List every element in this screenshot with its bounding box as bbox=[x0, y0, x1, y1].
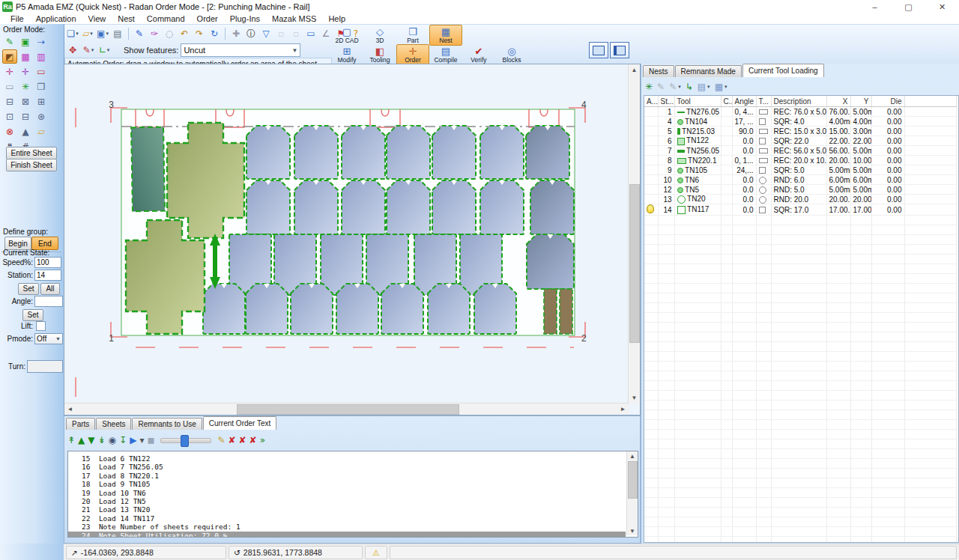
teal-part[interactable] bbox=[131, 127, 165, 212]
entire-sheet-button[interactable]: Entire Sheet bbox=[6, 147, 57, 159]
table-row[interactable]: 4 TN10417, ...SQR: 4.04.00mm4.00mm0.00 bbox=[644, 117, 957, 127]
tab-current-order-text[interactable]: Current Order Text bbox=[203, 416, 277, 430]
order-window-icon[interactable]: ▣ bbox=[18, 34, 33, 49]
park-head-icon[interactable]: ⊡ bbox=[2, 109, 17, 124]
tombstone-part[interactable] bbox=[342, 126, 385, 179]
show-hits-icon[interactable]: ◉ bbox=[109, 435, 116, 445]
close-button[interactable]: ✕ bbox=[925, 0, 959, 13]
brown-strip-part-2[interactable] bbox=[560, 289, 572, 334]
column-header-angle[interactable]: Angle bbox=[732, 96, 756, 107]
menu-help[interactable]: Help bbox=[322, 14, 351, 23]
info-icon[interactable]: ⓘ bbox=[244, 27, 258, 40]
scroll-right-arrow[interactable]: ► bbox=[617, 404, 629, 415]
column-header-y[interactable]: Y bbox=[850, 96, 871, 107]
set-station-button[interactable]: Set bbox=[18, 283, 39, 295]
tombstone-part[interactable] bbox=[530, 180, 574, 234]
new-icon[interactable]: ❏▾ bbox=[66, 27, 79, 40]
scroll-left-arrow[interactable]: ◄ bbox=[64, 404, 76, 415]
tombstone-part[interactable] bbox=[294, 126, 338, 179]
menu-nest[interactable]: Nest bbox=[112, 14, 141, 23]
filter-icon[interactable]: ▽ bbox=[259, 27, 273, 40]
move-order-all-icon[interactable]: ✛ bbox=[18, 64, 33, 79]
note-icon[interactable]: ▱ bbox=[34, 124, 49, 139]
single-view-button[interactable] bbox=[589, 42, 608, 58]
move-order-icon[interactable]: ✛ bbox=[2, 64, 17, 79]
tab-parts[interactable]: Parts bbox=[66, 418, 95, 430]
column-header-a-[interactable]: A... bbox=[644, 96, 658, 107]
tombstone-part[interactable] bbox=[336, 284, 378, 334]
tombstone-part[interactable] bbox=[527, 234, 574, 289]
delete-icon[interactable]: ✘ bbox=[228, 435, 235, 445]
order-array-icon[interactable]: ▦ bbox=[18, 49, 33, 64]
order-text-line[interactable]: 19 Load 10 TN6 bbox=[68, 489, 626, 497]
auto-order-icon[interactable]: ◩ bbox=[2, 49, 17, 64]
column-header-tool[interactable]: Tool bbox=[674, 96, 721, 107]
mode-2d-cad[interactable]: ▢2D CAD bbox=[330, 25, 363, 46]
order-text-line[interactable]: 22 Load 14 TN117 bbox=[68, 514, 626, 523]
column-header-filler[interactable] bbox=[904, 96, 957, 107]
hscroll-thumb[interactable] bbox=[237, 404, 459, 415]
tab-sheets[interactable]: Sheets bbox=[96, 418, 131, 430]
order-array-all-icon[interactable]: ▥ bbox=[34, 49, 49, 64]
order-single-icon[interactable]: ✎ bbox=[2, 34, 17, 49]
station-input[interactable]: 14 bbox=[34, 270, 61, 281]
speed-slider[interactable] bbox=[160, 438, 211, 443]
menu-file[interactable]: File bbox=[4, 14, 30, 23]
slider-knob[interactable] bbox=[181, 435, 189, 447]
column-header-c-[interactable]: C... bbox=[721, 96, 732, 107]
mode-order[interactable]: ✛Order bbox=[396, 44, 429, 65]
monitor-icon[interactable]: ▭ bbox=[304, 27, 318, 40]
save-icon[interactable]: ▣▾ bbox=[96, 27, 109, 40]
undo-icon[interactable]: ↶ bbox=[178, 27, 191, 40]
tombstone-part[interactable] bbox=[480, 126, 524, 179]
menu-command[interactable]: Command bbox=[141, 14, 191, 23]
tab-remnants-to-use[interactable]: Remnants to Use bbox=[132, 418, 202, 430]
order-text-line[interactable]: 18 Load 9 TN105 bbox=[68, 480, 626, 488]
menu-plug-ins[interactable]: Plug-Ins bbox=[224, 14, 266, 23]
tombstone-part[interactable] bbox=[432, 180, 476, 234]
mode-nest[interactable]: ▦Nest bbox=[429, 25, 462, 46]
tab-current-tool-loading[interactable]: Current Tool Loading bbox=[742, 64, 824, 77]
tombstone-part[interactable] bbox=[203, 284, 245, 334]
tombstone-part[interactable] bbox=[428, 284, 470, 334]
set-all-button[interactable]: All bbox=[40, 283, 60, 295]
angle-input[interactable] bbox=[34, 296, 63, 307]
column-header-x[interactable]: X bbox=[826, 96, 850, 107]
pickup-sheet-icon[interactable]: ❐ bbox=[34, 79, 49, 94]
column-header-st-[interactable]: St... bbox=[658, 96, 674, 107]
eject-icon[interactable]: ▲ bbox=[18, 124, 33, 139]
wheel-icon[interactable]: ⊛ bbox=[34, 109, 49, 124]
scroll-down-icon[interactable]: ▼ bbox=[88, 435, 94, 445]
scroll-up-arrow[interactable]: ▲ bbox=[627, 451, 638, 460]
brown-strip-part-1[interactable] bbox=[544, 289, 557, 334]
list-view-icon[interactable]: ▤▾ bbox=[698, 82, 710, 92]
order-text-line[interactable]: 16 Load 7 TN256.05 bbox=[68, 463, 626, 471]
tombstone-part[interactable] bbox=[381, 284, 423, 334]
column-header-die[interactable]: Die bbox=[871, 96, 904, 107]
vscroll-thumb[interactable] bbox=[629, 184, 640, 343]
lasso-icon[interactable]: ◌ bbox=[163, 27, 176, 40]
stop-order-icon[interactable]: ⊗ bbox=[2, 124, 17, 139]
scroll-up-icon[interactable]: ▲ bbox=[78, 435, 85, 445]
step-icon[interactable]: ↧ bbox=[119, 435, 127, 445]
tombstone-part[interactable] bbox=[294, 180, 338, 234]
scroll-down-arrow[interactable]: ▼ bbox=[627, 526, 638, 535]
chute-icon[interactable]: ⊟ bbox=[18, 109, 33, 124]
table-row[interactable]: 14 TN1170.0SQR: 17.017.00...17.00...0.00 bbox=[644, 204, 957, 216]
tombstone-part[interactable] bbox=[432, 126, 476, 179]
redo-icon[interactable]: ↷ bbox=[193, 27, 206, 40]
mode-modify[interactable]: ⊞Modify bbox=[330, 44, 363, 65]
minimize-button[interactable]: – bbox=[858, 0, 892, 13]
scroll-bottom-icon[interactable]: ↡ bbox=[98, 435, 106, 445]
table-row[interactable]: 12 TN50.0RND: 5.05.00mm5.00mm0.00 bbox=[644, 185, 957, 195]
zoom-extents-icon[interactable]: ✥ bbox=[66, 43, 79, 57]
mode-tooling[interactable]: ◧Tooling bbox=[363, 44, 396, 65]
repos-clamps-icon[interactable]: ⊞ bbox=[34, 94, 49, 109]
lift-checkbox[interactable] bbox=[36, 321, 46, 331]
mode-part[interactable]: ❒Part bbox=[396, 25, 429, 46]
more-icon[interactable]: » bbox=[260, 435, 265, 445]
split-view-button[interactable] bbox=[610, 42, 629, 58]
open-icon[interactable]: ▱▾ bbox=[81, 27, 94, 40]
table-row[interactable]: 5 TN215.0390.0REC: 15.0 x 3.015.00...3.0… bbox=[644, 127, 957, 136]
menu-order[interactable]: Order bbox=[191, 14, 224, 23]
